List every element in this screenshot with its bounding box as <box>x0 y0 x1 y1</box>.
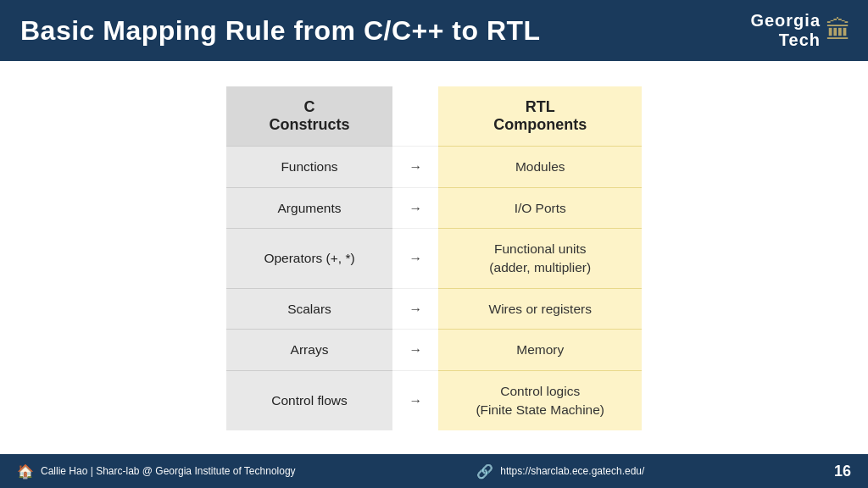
cell-left-1: Arguments <box>226 187 392 229</box>
gt-logo: Georgia Tech 🏛 <box>750 11 851 50</box>
cell-right-0: Modules <box>438 147 642 188</box>
mapping-table: C Constructs RTL Components Functions→Mo… <box>226 86 642 430</box>
cell-right-3: Wires or registers <box>438 288 642 330</box>
table-row: Control flows→Control logics(Finite Stat… <box>226 371 642 430</box>
torch-icon: 🏛 <box>826 18 851 43</box>
table-row: Arrays→Memory <box>226 330 642 371</box>
col-rtl-components-header: RTL Components <box>438 86 642 147</box>
footer-url-text: https://sharclab.ece.gatech.edu/ <box>500 465 644 477</box>
cell-left-0: Functions <box>226 147 392 188</box>
cell-right-1: I/O Ports <box>438 187 642 229</box>
col-arrow-header <box>392 86 438 147</box>
page-title: Basic Mapping Rule from C/C++ to RTL <box>20 15 541 47</box>
col-c-constructs-header: C Constructs <box>226 86 392 147</box>
cell-arrow-1: → <box>392 187 438 229</box>
cell-arrow-3: → <box>392 288 438 330</box>
table-row: Functions→Modules <box>226 147 642 188</box>
cell-left-5: Control flows <box>226 371 392 430</box>
cell-left-4: Arrays <box>226 330 392 371</box>
cell-arrow-2: → <box>392 229 438 288</box>
gt-logo-text: Georgia Tech <box>750 11 821 50</box>
table-row: Operators (+, *)→Functional units(adder,… <box>226 229 642 288</box>
table-row: Arguments→I/O Ports <box>226 187 642 229</box>
cell-arrow-0: → <box>392 147 438 188</box>
gt-tech-word: Tech <box>750 30 821 50</box>
table-row: Scalars→Wires or registers <box>226 288 642 330</box>
cell-right-4: Memory <box>438 330 642 371</box>
footer: 🏠 Callie Hao | Sharc-lab @ Georgia Insti… <box>0 454 868 488</box>
footer-author-text: Callie Hao | Sharc-lab @ Georgia Institu… <box>41 465 296 477</box>
footer-url-section: 🔗 https://sharclab.ece.gatech.edu/ <box>476 463 644 480</box>
cell-left-3: Scalars <box>226 288 392 330</box>
cell-right-2: Functional units(adder, multiplier) <box>438 229 642 288</box>
table-header-row: C Constructs RTL Components <box>226 86 642 147</box>
author-icon: 🏠 <box>17 463 34 480</box>
main-content: C Constructs RTL Components Functions→Mo… <box>0 61 868 454</box>
gt-georgia-word: Georgia <box>750 11 821 30</box>
url-icon: 🔗 <box>476 463 493 480</box>
footer-page-number: 16 <box>826 463 851 480</box>
cell-arrow-4: → <box>392 330 438 371</box>
footer-author-section: 🏠 Callie Hao | Sharc-lab @ Georgia Insti… <box>17 463 296 480</box>
cell-left-2: Operators (+, *) <box>226 229 392 288</box>
cell-arrow-5: → <box>392 371 438 430</box>
header: Basic Mapping Rule from C/C++ to RTL Geo… <box>0 0 868 61</box>
cell-right-5: Control logics(Finite State Machine) <box>438 371 642 430</box>
